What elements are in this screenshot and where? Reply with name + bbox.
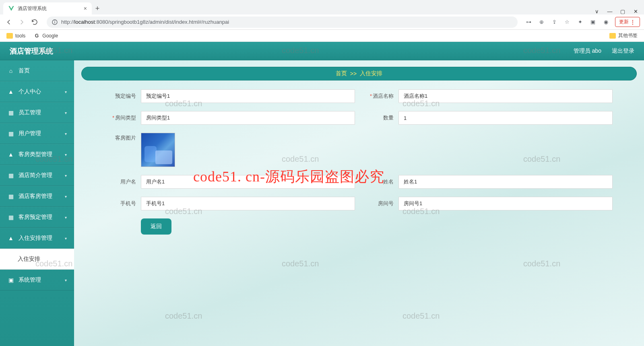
user-icon: ▲ (7, 151, 14, 158)
label-room-type: *房间类型 (105, 114, 141, 122)
breadcrumb-sep: >> (350, 70, 357, 77)
profile-icon[interactable]: ◉ (602, 19, 609, 26)
extensions-icon[interactable]: ✦ (576, 19, 584, 26)
label-room-img: 客房图片 (105, 133, 141, 142)
bookmark-tools[interactable]: tools (6, 33, 25, 39)
browser-tab[interactable]: 酒店管理系统 × (3, 2, 92, 14)
address-bar[interactable]: http://localhost:8080/springbootb1g8z/ad… (47, 16, 518, 28)
input-room-type[interactable] (141, 111, 355, 125)
forward-button[interactable] (16, 16, 27, 28)
sidebar-item-staff[interactable]: ▦员工管理▾ (0, 102, 74, 123)
breadcrumb-home[interactable]: 首页 (336, 70, 347, 77)
input-booking-no[interactable] (141, 89, 355, 103)
admin-label[interactable]: 管理员 abo (574, 47, 601, 55)
sidebar-item-profile[interactable]: ▲个人中心▾ (0, 81, 74, 102)
label-username: 用户名 (105, 178, 141, 185)
home-icon: ⌂ (7, 68, 14, 74)
new-tab-button[interactable]: + (92, 4, 103, 14)
sidebar-item-room-type[interactable]: ▲客房类型管理▾ (0, 144, 74, 165)
lock-icon: ▣ (7, 277, 14, 283)
content-area: 首页 >> 入住安排 预定编号 *酒店名称 *房间 (74, 60, 644, 346)
sidebar-item-intro[interactable]: ▦酒店简介管理▾ (0, 165, 74, 186)
grid-icon: ▦ (7, 193, 14, 200)
chevron-down-icon: ▾ (65, 132, 67, 136)
input-qty[interactable] (398, 111, 613, 125)
input-phone[interactable] (141, 197, 355, 210)
chevron-down-icon: ▾ (65, 194, 67, 199)
chevron-down-icon: ▾ (65, 236, 67, 241)
back-button[interactable] (3, 16, 14, 28)
grid-icon: ▦ (7, 214, 14, 220)
sidebar-item-checkin[interactable]: ▲入住安排管理▾ (0, 228, 74, 249)
sidebar-item-booking[interactable]: ▦客房预定管理▾ (0, 207, 74, 228)
label-name: 姓名 (363, 178, 398, 185)
window-close-icon[interactable]: ✕ (633, 8, 638, 14)
user-icon: ▲ (7, 89, 14, 95)
url-scheme: http:// (61, 19, 74, 25)
side-panel-icon[interactable]: ▣ (589, 19, 597, 26)
sidebar: ⌂首页 ▲个人中心▾ ▦员工管理▾ ▦用户管理▾ ▲客房类型管理▾ ▦酒店简介管… (0, 60, 74, 346)
bookmarks-bar: tools GGoogle 其他书签 (0, 30, 644, 42)
url-host: localhost (74, 19, 95, 25)
label-room-no: 房间号 (363, 200, 398, 207)
input-name[interactable] (398, 175, 613, 189)
url-port: :8080 (95, 19, 108, 25)
vue-favicon-icon (8, 5, 14, 12)
window-controls: ∨ — ▢ ✕ (594, 8, 644, 14)
url-path: /springbootb1g8z/admin/dist/index.html#/… (108, 19, 229, 25)
input-room-no[interactable] (398, 197, 613, 210)
maximize-icon[interactable]: ▢ (620, 8, 625, 14)
chevron-down-icon: ▾ (65, 152, 67, 157)
key-icon[interactable]: ⊶ (525, 19, 532, 26)
grid-icon: ▦ (7, 172, 14, 179)
browser-chrome: 酒店管理系统 × + ∨ — ▢ ✕ http://localhost:8080… (0, 0, 644, 42)
room-image-thumb[interactable] (141, 133, 175, 167)
sidebar-item-rooms[interactable]: ▦酒店客房管理▾ (0, 186, 74, 207)
chevron-down-icon: ▾ (65, 278, 67, 282)
browser-toolbar: http://localhost:8080/springbootb1g8z/ad… (0, 14, 644, 30)
sidebar-sub-checkin[interactable]: 入住安排 (0, 249, 74, 270)
share-icon[interactable]: ⇪ (551, 19, 558, 26)
zoom-icon[interactable]: ⊕ (538, 19, 545, 26)
site-info-icon (52, 19, 58, 25)
folder-icon (6, 33, 13, 39)
label-hotel-name: *酒店名称 (363, 93, 398, 100)
app-header: 酒店管理系统 管理员 abo 退出登录 (0, 42, 644, 60)
grid-icon: ▦ (7, 130, 14, 137)
google-icon: G (33, 33, 40, 39)
folder-icon (609, 33, 616, 39)
update-button[interactable]: 更新⋮ (615, 17, 640, 27)
chevron-down-icon: ▾ (65, 90, 67, 94)
chevron-down-icon[interactable]: ∨ (594, 8, 600, 14)
checkin-form: 预定编号 *酒店名称 *房间类型 数量 (105, 89, 613, 235)
app-root: 酒店管理系统 管理员 abo 退出登录 ⌂首页 ▲个人中心▾ ▦员工管理▾ ▦用… (0, 42, 644, 346)
reload-button[interactable] (29, 16, 40, 28)
sidebar-item-users[interactable]: ▦用户管理▾ (0, 123, 74, 144)
chevron-down-icon: ▾ (65, 111, 67, 115)
breadcrumb-current: 入住安排 (360, 70, 382, 77)
brand-title: 酒店管理系统 (10, 46, 53, 56)
bookmark-other[interactable]: 其他书签 (609, 32, 638, 39)
close-tab-icon[interactable]: × (80, 5, 87, 12)
star-icon[interactable]: ☆ (564, 19, 571, 26)
chevron-down-icon: ▾ (65, 215, 67, 220)
breadcrumb: 首页 >> 入住安排 (81, 67, 637, 80)
toolbar-icons: ⊶ ⊕ ⇪ ☆ ✦ ▣ ◉ 更新⋮ (521, 17, 644, 27)
label-booking-no: 预定编号 (105, 93, 141, 100)
label-phone: 手机号 (105, 200, 141, 207)
input-username[interactable] (141, 175, 355, 189)
logout-link[interactable]: 退出登录 (612, 47, 634, 55)
minimize-icon[interactable]: — (607, 8, 613, 14)
tab-title: 酒店管理系统 (18, 5, 47, 12)
label-qty: 数量 (363, 114, 398, 122)
tab-strip: 酒店管理系统 × + ∨ — ▢ ✕ (0, 0, 644, 14)
chevron-down-icon: ▾ (65, 173, 67, 178)
input-hotel-name[interactable] (398, 89, 613, 103)
bookmark-google[interactable]: GGoogle (33, 33, 58, 39)
grid-icon: ▦ (7, 109, 14, 116)
sidebar-item-system[interactable]: ▣系统管理▾ (0, 270, 74, 290)
back-button[interactable]: 返回 (141, 218, 171, 235)
sidebar-item-home[interactable]: ⌂首页 (0, 60, 74, 81)
upload-icon: ▲ (7, 235, 14, 241)
